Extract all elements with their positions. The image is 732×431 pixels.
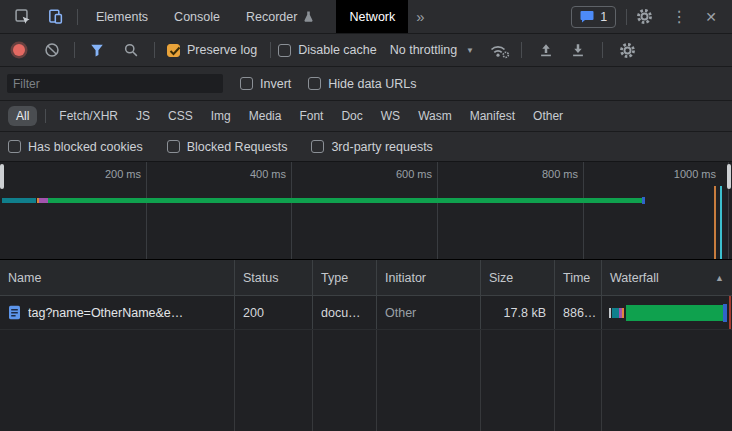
experiment-flask-icon — [302, 10, 315, 23]
column-header-status[interactable]: Status — [234, 260, 312, 295]
column-divider — [554, 330, 555, 431]
request-waterfall-cell[interactable] — [601, 296, 732, 329]
request-row[interactable]: tag?name=OtherName&e… 200 docu… Other 17… — [0, 296, 732, 330]
column-header-time[interactable]: Time — [554, 260, 601, 295]
more-tabs-icon[interactable]: » — [408, 8, 432, 25]
throttling-dropdown[interactable]: No throttling ▼ — [390, 43, 474, 57]
column-label: Waterfall — [610, 271, 659, 285]
ruler-tick: 800 ms — [508, 168, 578, 180]
main-tab-bar: Elements Console Recorder Network » 1 ⋮ … — [0, 0, 732, 34]
type-filter-wasm[interactable]: Wasm — [411, 106, 459, 126]
overview-bar-end-tick — [642, 197, 645, 204]
has-blocked-cookies-checkbox[interactable]: Has blocked cookies — [8, 140, 143, 154]
type-filter-doc[interactable]: Doc — [334, 106, 369, 126]
request-initiator-cell[interactable]: Other — [376, 296, 480, 329]
record-button[interactable] — [13, 44, 25, 56]
checkbox-unchecked[interactable] — [240, 77, 253, 90]
disable-cache-checkbox[interactable]: Disable cache — [278, 43, 377, 57]
request-type-cell[interactable]: docu… — [312, 296, 376, 329]
sort-ascending-icon[interactable]: ▲ — [715, 273, 724, 283]
checkbox-unchecked[interactable] — [8, 140, 21, 153]
divider — [77, 9, 78, 25]
checkbox-unchecked[interactable] — [311, 140, 324, 153]
filter-input[interactable] — [7, 74, 223, 93]
third-party-requests-checkbox[interactable]: 3rd-party requests — [311, 140, 432, 154]
overview-bar-downloading — [48, 198, 643, 203]
kebab-menu-icon[interactable]: ⋮ — [662, 7, 696, 26]
issues-counter[interactable]: 1 — [571, 6, 616, 28]
tab-elements-label: Elements — [96, 10, 148, 24]
type-filter-all[interactable]: All — [8, 106, 37, 126]
checkbox-checked[interactable] — [167, 44, 180, 57]
tab-recorder[interactable]: Recorder — [233, 0, 328, 33]
network-overview-timeline[interactable]: 200 ms 400 ms 600 ms 800 ms 1000 ms — [0, 162, 732, 260]
close-icon[interactable]: ✕ — [696, 9, 726, 25]
hide-data-urls-checkbox[interactable]: Hide data URLs — [308, 77, 416, 91]
request-name-cell[interactable]: tag?name=OtherName&e… — [0, 296, 234, 329]
waterfall-end-tick — [723, 304, 727, 322]
overview-right-handle[interactable] — [727, 164, 731, 189]
request-status-cell[interactable]: 200 — [234, 296, 312, 329]
checkbox-unchecked[interactable] — [278, 44, 291, 57]
search-icon[interactable] — [114, 42, 148, 58]
overview-bar-connecting — [2, 198, 36, 203]
checkbox-unchecked[interactable] — [308, 77, 321, 90]
requests-table-empty-area[interactable] — [0, 330, 732, 431]
divider — [45, 109, 46, 123]
preserve-log-checkbox[interactable]: Preserve log — [167, 43, 257, 57]
checkbox-unchecked[interactable] — [167, 140, 180, 153]
network-conditions-icon[interactable] — [489, 42, 511, 59]
type-filter-ws[interactable]: WS — [374, 106, 407, 126]
invert-checkbox[interactable]: Invert — [240, 77, 291, 91]
type-filter-img[interactable]: Img — [204, 106, 238, 126]
column-divider — [376, 330, 377, 431]
column-header-name[interactable]: Name — [0, 260, 234, 295]
column-label: Size — [489, 271, 513, 285]
clear-icon[interactable] — [35, 42, 69, 58]
inspect-element-icon[interactable] — [6, 8, 39, 25]
has-blocked-cookies-label: Has blocked cookies — [28, 140, 143, 154]
column-header-size[interactable]: Size — [480, 260, 554, 295]
type-filter-js[interactable]: JS — [129, 106, 157, 126]
issues-message-icon — [580, 10, 594, 23]
overview-left-handle[interactable] — [0, 164, 4, 189]
tab-network-label: Network — [349, 10, 395, 24]
divider — [154, 42, 155, 58]
ruler-tick: 600 ms — [362, 168, 432, 180]
column-header-waterfall[interactable]: Waterfall ▲ — [601, 260, 732, 295]
time-value: 886… — [563, 306, 596, 320]
type-filter-other[interactable]: Other — [526, 106, 570, 126]
request-size-cell[interactable]: 17.8 kB — [480, 296, 554, 329]
waterfall-ssl-segment — [622, 308, 624, 318]
divider — [270, 42, 271, 58]
column-label: Name — [8, 271, 41, 285]
waterfall-downloading-segment — [626, 305, 723, 321]
requests-table-header: Name Status Type Initiator Size Time Wat… — [0, 260, 732, 296]
device-toolbar-icon[interactable] — [39, 8, 72, 25]
column-header-initiator[interactable]: Initiator — [376, 260, 480, 295]
type-filter-media[interactable]: Media — [242, 106, 289, 126]
divider — [602, 42, 603, 58]
settings-gear-icon[interactable] — [627, 8, 662, 25]
type-filter-fetch-xhr[interactable]: Fetch/XHR — [52, 106, 125, 126]
tab-console-label: Console — [174, 10, 220, 24]
type-filter-css[interactable]: CSS — [161, 106, 200, 126]
devtools-window: Elements Console Recorder Network » 1 ⋮ … — [0, 0, 732, 431]
tab-network[interactable]: Network — [336, 0, 408, 33]
blocked-requests-checkbox[interactable]: Blocked Requests — [167, 140, 288, 154]
request-time-cell[interactable]: 886… — [554, 296, 601, 329]
column-divider — [601, 330, 602, 431]
tab-elements[interactable]: Elements — [83, 0, 161, 33]
column-header-type[interactable]: Type — [312, 260, 376, 295]
filter-funnel-icon[interactable] — [80, 42, 114, 58]
divider — [74, 42, 75, 58]
status-value: 200 — [243, 306, 264, 320]
type-filter-font[interactable]: Font — [292, 106, 330, 126]
blocked-requests-label: Blocked Requests — [187, 140, 288, 154]
export-har-icon[interactable] — [562, 42, 594, 58]
network-toolbar: Preserve log Disable cache No throttling… — [0, 34, 732, 67]
import-har-icon[interactable] — [530, 42, 562, 58]
tab-console[interactable]: Console — [161, 0, 233, 33]
type-filter-manifest[interactable]: Manifest — [463, 106, 522, 126]
network-settings-gear-icon[interactable] — [611, 42, 644, 59]
